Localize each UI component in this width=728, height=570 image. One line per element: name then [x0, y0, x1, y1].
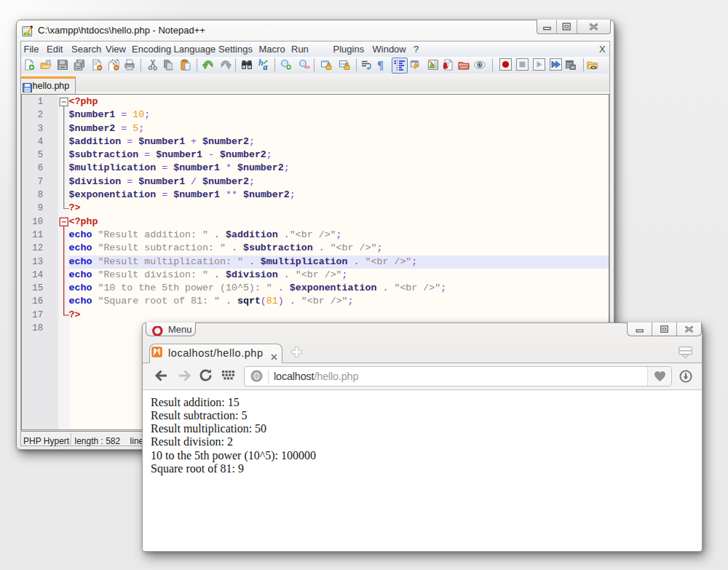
svg-text:¶: ¶ — [377, 59, 384, 71]
svg-text:uc: uc — [571, 66, 575, 69]
